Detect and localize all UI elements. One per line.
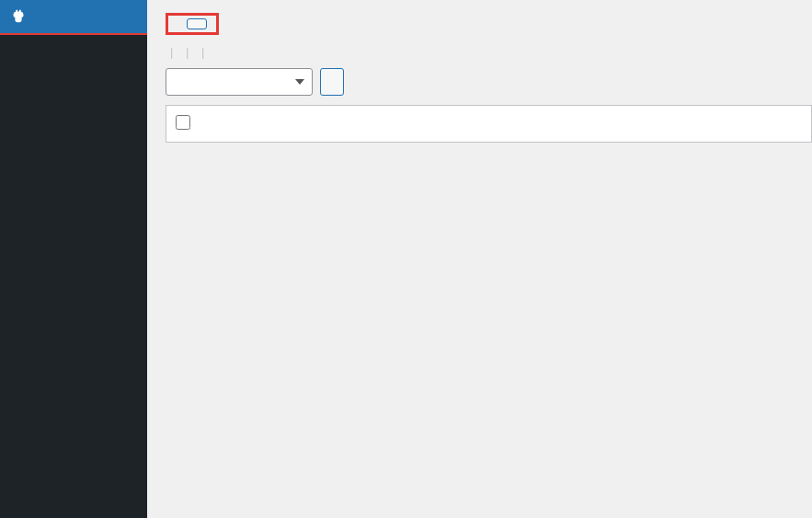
col-plugin (200, 106, 365, 143)
plugin-icon (9, 7, 28, 26)
plugins-table (166, 105, 812, 143)
select-all-checkbox[interactable] (176, 115, 190, 130)
main-content: | | | (147, 0, 812, 518)
admin-sidebar (0, 0, 147, 518)
add-new-button[interactable] (187, 18, 207, 29)
page-header-highlight (166, 13, 219, 35)
col-description (365, 106, 812, 143)
sidebar-item-plugins[interactable] (0, 0, 147, 33)
filter-bar: | | | (147, 42, 812, 68)
apply-button[interactable] (320, 68, 344, 96)
bulk-actions-select[interactable] (166, 68, 313, 96)
